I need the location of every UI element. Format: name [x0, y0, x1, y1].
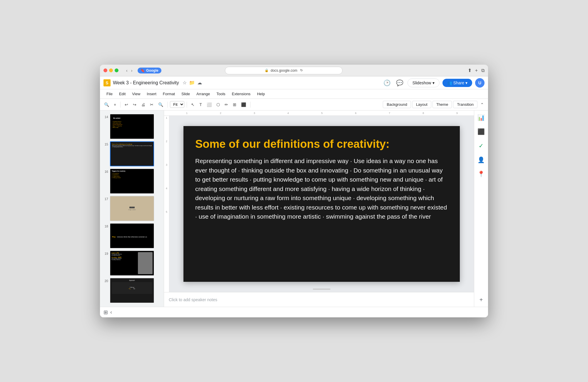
redo-button[interactable]: ↪ — [131, 101, 138, 108]
ruler-1: 1 — [170, 112, 204, 115]
paint-format-button[interactable]: ✂ — [148, 101, 155, 108]
grid-view-button[interactable]: ⊞ — [103, 309, 108, 316]
explore-btn[interactable]: ⬛ — [476, 127, 486, 136]
maps-btn[interactable]: 📍 — [476, 169, 486, 179]
maximize-button[interactable] — [115, 68, 118, 72]
slide-num-18: 18 — [102, 223, 108, 228]
minimize-button[interactable] — [109, 68, 113, 72]
collapse-toolbar-btn[interactable]: ⌃ — [479, 101, 486, 108]
grid-tool[interactable]: ⊞ — [231, 101, 238, 108]
google-badge-label: Google — [146, 68, 158, 73]
menu-format[interactable]: Format — [160, 91, 178, 97]
ruler-8: 8 — [406, 112, 440, 115]
slideshow-dropdown-icon: ▾ — [432, 81, 435, 85]
add-tool[interactable]: + — [112, 101, 118, 108]
slideshow-label: Slideshow — [412, 81, 431, 85]
slide-thumb-19[interactable]: Jugaad · जुगाड़ Theoretically ridiculous… — [110, 251, 154, 276]
right-panel: 📊 ⬛ ✓ 👤 📍 + — [474, 110, 488, 307]
add-panel-btn[interactable]: + — [478, 295, 484, 304]
slide-thumb-row-20[interactable]: 20 Approach Challenge Play Risk — [100, 277, 164, 304]
tasks-btn[interactable]: ✓ — [477, 141, 485, 150]
slide-thumb-row-14[interactable]: 14 We added: - Cognitive biases - Inform… — [100, 113, 164, 140]
zoom-in-button[interactable]: 🔍 — [156, 101, 165, 108]
history-icon[interactable]: 🕑 — [382, 78, 392, 88]
zoom-select[interactable]: Fit — [170, 101, 184, 108]
theme-button[interactable]: Theme — [432, 101, 452, 108]
star-icon[interactable]: ☆ — [183, 80, 187, 86]
menu-edit[interactable]: Edit — [116, 91, 128, 97]
slide-thumb-row-17[interactable]: 17 ⬛⬛⬛ image content — [100, 195, 164, 222]
sidebar-toggle-button[interactable]: ‹ — [110, 309, 112, 315]
layout-button[interactable]: Layout — [412, 101, 431, 108]
slide-canvas: Some of our definitions of creativity: R… — [183, 126, 460, 282]
close-button[interactable] — [103, 68, 107, 72]
slide-thumb-row-16[interactable]: 16 Triggers for creativity: 1. Constrain… — [100, 167, 164, 195]
ruler-marks: 1 2 3 4 5 6 7 8 9 — [164, 112, 474, 115]
share-icon[interactable]: ⬆ — [468, 68, 472, 73]
undo-button[interactable]: ↩ — [123, 101, 130, 108]
titlebar: ‹ › 🔖 Google 🔒 docs.google.com ↻ ⬆ + ⧉ — [100, 65, 488, 76]
ruler-9: 9 — [440, 112, 474, 115]
comments-icon[interactable]: 💬 — [395, 78, 405, 88]
notes-placeholder[interactable]: Click to add speaker notes — [169, 297, 217, 302]
ruler-6: 6 — [339, 112, 372, 115]
menu-insert[interactable]: Insert — [144, 91, 159, 97]
vertical-ruler: 1 2 3 4 5 — [164, 116, 169, 292]
forward-button[interactable]: › — [130, 68, 134, 73]
slide-thumb-15[interactable]: Some of our definitions of creativity: R… — [110, 141, 154, 166]
menu-help[interactable]: Help — [254, 91, 268, 97]
folder-icon[interactable]: 📁 — [189, 80, 195, 86]
toolbar-sep-2 — [167, 102, 168, 108]
ruler-4: 4 — [271, 112, 305, 115]
slide-thumb-row-18[interactable]: 18 Play removes limits that otherwise co… — [100, 222, 164, 249]
share-button[interactable]: 👥 Share ▾ — [442, 79, 472, 87]
background-button[interactable]: Background — [383, 101, 411, 108]
line-tool[interactable]: ✏ — [223, 101, 230, 108]
transition-button[interactable]: Transition — [453, 101, 477, 108]
back-button[interactable]: ‹ — [125, 68, 129, 73]
text-tool[interactable]: T — [198, 101, 204, 108]
avatar[interactable]: U — [475, 78, 485, 88]
slideshow-button[interactable]: Slideshow ▾ — [407, 78, 440, 87]
doc-icon: S — [103, 79, 111, 86]
menubar: File Edit View Insert Format Slide Arran… — [100, 89, 488, 99]
share-dropdown-icon: ▾ — [465, 81, 467, 85]
select-tool[interactable]: ↖ — [189, 101, 196, 108]
v-ruler-3: 3 — [164, 163, 169, 186]
lock-icon: 🔒 — [265, 68, 269, 72]
nav-arrows: ‹ › — [125, 68, 133, 73]
slide-thumb-17[interactable]: ⬛⬛⬛ image content — [110, 196, 154, 221]
notes-area[interactable]: Click to add speaker notes — [164, 292, 474, 307]
scroll-indicator — [313, 289, 330, 290]
slide-num-19: 19 — [102, 251, 108, 255]
v-ruler-1: 1 — [164, 116, 169, 139]
menu-file[interactable]: File — [103, 91, 116, 97]
menu-slide[interactable]: Slide — [178, 91, 193, 97]
people-icon: 👥 — [447, 81, 452, 85]
toolbar: 🔍 + ↩ ↪ 🖨 ✂ 🔍 Fit ↖ T ⬜ ⬡ ✏ ⊞ ⬛ Backgrou… — [100, 99, 488, 110]
slide-canvas-container[interactable]: Some of our definitions of creativity: R… — [169, 116, 474, 292]
slide-thumb-row-19[interactable]: 19 Jugaad · जुगाड़ Theoretically ridicul… — [100, 249, 164, 277]
image-tool[interactable]: ⬜ — [205, 101, 213, 108]
cloud-icon[interactable]: ☁ — [197, 80, 202, 86]
ruler-3: 3 — [238, 112, 271, 115]
slides-panel-btn[interactable]: 📊 — [476, 113, 486, 122]
print-button[interactable]: 🖨 — [139, 101, 147, 108]
new-tab-icon[interactable]: + — [475, 68, 478, 73]
contacts-btn[interactable]: 👤 — [476, 155, 486, 165]
tabs-icon[interactable]: ⧉ — [481, 68, 485, 73]
slide-thumb-20[interactable]: Approach Challenge Play Risk — [110, 278, 154, 303]
avatar-letter: U — [478, 81, 481, 85]
fill-tool[interactable]: ⬛ — [239, 101, 248, 108]
search-tool[interactable]: 🔍 — [102, 101, 111, 108]
slide-thumb-16[interactable]: Triggers for creativity: 1. Constraints … — [110, 169, 154, 194]
menu-arrange[interactable]: Arrange — [193, 91, 213, 97]
address-bar[interactable]: 🔒 docs.google.com ↻ — [225, 67, 343, 74]
menu-view[interactable]: View — [129, 91, 143, 97]
slide-thumb-14[interactable]: We added: - Cognitive biases - Informati… — [110, 114, 154, 139]
menu-tools[interactable]: Tools — [213, 91, 228, 97]
slide-thumb-row-15[interactable]: 15 Some of our definitions of creativity… — [100, 140, 164, 167]
shape-tool[interactable]: ⬡ — [215, 101, 222, 108]
menu-extensions[interactable]: Extensions — [229, 91, 254, 97]
slide-thumb-18[interactable]: Play removes limits that otherwise const… — [110, 223, 154, 248]
